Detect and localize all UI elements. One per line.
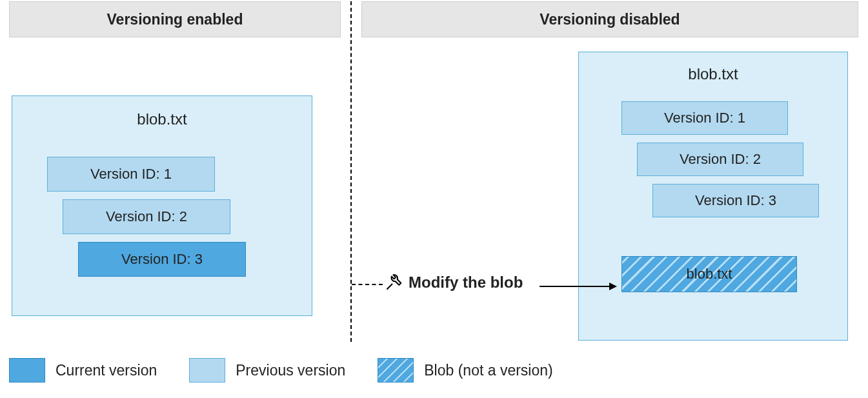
legend-swatch-previous: [189, 358, 225, 383]
blob-name-right: blob.txt: [579, 65, 847, 83]
version-box-3-left-current: Version ID: 3: [78, 242, 246, 277]
modify-blob-label: Modify the blob: [409, 274, 523, 292]
svg-marker-1: [609, 283, 617, 290]
legend-label-not-version: Blob (not a version): [424, 362, 552, 379]
legend-label-previous: Previous version: [236, 362, 345, 379]
version-box-1-left: Version ID: 1: [47, 157, 215, 192]
wrench-icon: [384, 273, 403, 292]
version-box-2-right: Version ID: 2: [637, 143, 803, 176]
legend-swatch-current: [9, 358, 45, 383]
legend: Current version Previous version Blob (n…: [9, 358, 575, 383]
legend-label-current: Current version: [56, 362, 157, 379]
version-box-2-left: Version ID: 2: [63, 199, 230, 234]
vertical-divider: [350, 1, 352, 342]
blob-container-disabled: blob.txt Version ID: 1 Version ID: 2 Ver…: [578, 52, 848, 341]
version-box-3-right: Version ID: 3: [652, 184, 819, 217]
header-right-label: Versioning disabled: [540, 11, 680, 28]
version-box-1-right: Version ID: 1: [621, 101, 788, 135]
blob-container-enabled: blob.txt Version ID: 1 Version ID: 2 Ver…: [12, 95, 312, 316]
dashed-connector: [352, 284, 383, 285]
blob-name-left: blob.txt: [12, 110, 312, 128]
header-versioning-enabled: Versioning enabled: [9, 1, 341, 37]
header-left-label: Versioning enabled: [107, 11, 243, 28]
arrow-icon: [540, 281, 617, 292]
modified-blob-box: blob.txt: [621, 256, 797, 292]
legend-swatch-not-version: [378, 358, 414, 383]
header-versioning-disabled: Versioning disabled: [361, 1, 858, 37]
